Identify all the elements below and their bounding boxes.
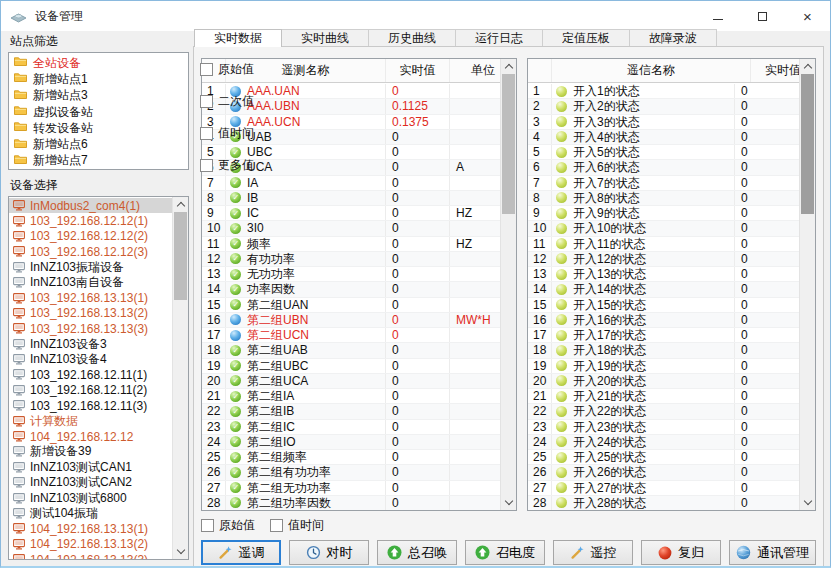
device-list-item[interactable]: 104_192.168.12.12: [9, 429, 172, 444]
telesignal-name: 开入19的状态: [573, 360, 646, 372]
telesignal-row[interactable]: 7开入7的状态0: [528, 176, 799, 191]
telemetry-filter-checkbox[interactable]: 二次值: [200, 93, 526, 110]
telesignal-row[interactable]: 24开入24的状态0: [528, 435, 799, 450]
scroll-down-button[interactable]: [173, 544, 188, 559]
telesignal-row[interactable]: 28开入28的状态0: [528, 496, 799, 510]
tab-1[interactable]: 实时数据: [194, 29, 282, 47]
device-label: 103_192.168.12.11(2): [30, 383, 147, 397]
device-list-item[interactable]: 103_192.168.13.13(2): [9, 306, 172, 321]
telesignal-row[interactable]: 22开入22的状态0: [528, 404, 799, 419]
scrollbar-track[interactable]: [173, 212, 188, 544]
lime-status-ball-icon: [556, 253, 567, 264]
device-list-item[interactable]: InModbus2_com4(1): [9, 198, 172, 213]
telesignal-row[interactable]: 11开入11的状态0: [528, 237, 799, 252]
checkbox-box-icon: [200, 63, 213, 76]
telesignal-name: 开入18的状态: [573, 344, 646, 356]
telesignal-table: 遥信名称 实时值 1开入1的状态02开入2的状态03开入3的状态04开入4的状态…: [527, 58, 816, 511]
telesignal-row[interactable]: 15开入15的状态0: [528, 298, 799, 313]
device-list-item[interactable]: InNZ103测试CAN2: [9, 475, 172, 490]
telesignal-row[interactable]: 16开入16的状态0: [528, 313, 799, 328]
checkbox-box-icon: [200, 127, 213, 140]
telesignal-row[interactable]: 23开入23的状态0: [528, 420, 799, 435]
station-tree-item[interactable]: 全站设备: [9, 55, 188, 71]
telesignal-row[interactable]: 21开入21的状态0: [528, 389, 799, 404]
telesignal-row[interactable]: 19开入19的状态0: [528, 359, 799, 374]
telesignal-row[interactable]: 2开入2的状态0: [528, 99, 799, 114]
telesignal-value: 0: [741, 390, 748, 402]
header-telesignal-name[interactable]: 遥信名称: [552, 59, 751, 82]
row-number: 26: [528, 465, 552, 479]
telemetry-filter-checkbox[interactable]: 更多值: [200, 157, 526, 174]
telesignal-row[interactable]: 9开入9的状态0: [528, 206, 799, 221]
scrollbar-thumb[interactable]: [801, 74, 814, 214]
telesignal-row[interactable]: 25开入25的状态0: [528, 450, 799, 465]
command-button-7[interactable]: 通讯管理: [729, 540, 816, 565]
telesignal-row[interactable]: 12开入12的状态0: [528, 252, 799, 267]
tab-2[interactable]: 实时曲线: [281, 29, 369, 47]
station-tree-item[interactable]: 新增站点7: [9, 153, 188, 169]
device-list-item[interactable]: InNZ103设备3: [9, 337, 172, 352]
tab-label: 故障录波: [649, 30, 697, 47]
tab-3[interactable]: 历史曲线: [368, 29, 456, 47]
telesignal-row[interactable]: 26开入26的状态0: [528, 465, 799, 480]
station-tree-item[interactable]: 新增站点1: [9, 71, 188, 87]
command-button-6[interactable]: 复归: [641, 540, 721, 565]
device-list-item[interactable]: InNZ103测试CAN1: [9, 460, 172, 475]
telesignal-row[interactable]: 14开入14的状态0: [528, 282, 799, 297]
telesignal-scrollbar[interactable]: [799, 59, 815, 510]
device-list-item[interactable]: 104_192.168.13.13(2): [9, 537, 172, 552]
device-list-item[interactable]: 103_192.168.12.11(1): [9, 367, 172, 382]
telesignal-row[interactable]: 20开入20的状态0: [528, 374, 799, 389]
telesignal-row[interactable]: 17开入17的状态0: [528, 328, 799, 343]
tab-6[interactable]: 故障录波: [629, 29, 717, 47]
telemetry-filter-checkbox[interactable]: 值时间: [200, 125, 526, 142]
telesignal-row[interactable]: 18开入18的状态0: [528, 343, 799, 358]
row-number: 1: [528, 84, 552, 98]
device-list-item[interactable]: 103_192.168.12.11(3): [9, 398, 172, 413]
station-tree-item[interactable]: 转发设备站: [9, 120, 188, 136]
telesignal-row[interactable]: 10开入10的状态0: [528, 221, 799, 236]
device-list-item[interactable]: 103_192.168.13.13(1): [9, 290, 172, 305]
minimize-button[interactable]: [695, 1, 740, 31]
telesignal-row[interactable]: 5开入5的状态0: [528, 145, 799, 160]
scrollbar-thumb[interactable]: [174, 212, 187, 300]
telesignal-row[interactable]: 4开入4的状态0: [528, 130, 799, 145]
tab-4[interactable]: 运行日志: [455, 29, 543, 47]
station-filter-label: 站点筛选: [10, 33, 189, 49]
scroll-up-button[interactable]: [173, 197, 188, 212]
device-label: 103_192.168.12.11(1): [30, 368, 147, 382]
station-tree-item[interactable]: 虚拟设备站: [9, 104, 188, 120]
button-label: 通讯管理: [757, 544, 809, 562]
device-list-item[interactable]: InNZ103南自设备: [9, 275, 172, 290]
command-button-5[interactable]: 遥控: [553, 540, 633, 565]
device-list-item[interactable]: 测试104振瑞: [9, 506, 172, 521]
maximize-button[interactable]: [740, 1, 785, 31]
device-list-scrollbar[interactable]: [172, 197, 188, 559]
device-list-item[interactable]: 104_192.168.13.13(3): [9, 552, 172, 560]
device-list-item[interactable]: InNZ103测试6800: [9, 490, 172, 505]
device-list-item[interactable]: 103_192.168.12.12(2): [9, 229, 172, 244]
device-list-item[interactable]: 103_192.168.13.13(3): [9, 321, 172, 336]
device-list-item[interactable]: InNZ103振瑞设备: [9, 260, 172, 275]
scroll-up-button[interactable]: [800, 59, 815, 74]
tab-5[interactable]: 定值压板: [542, 29, 630, 47]
telemetry-filter-checkbox[interactable]: 原始值: [200, 61, 526, 78]
telesignal-row[interactable]: 13开入13的状态0: [528, 267, 799, 282]
scroll-down-button[interactable]: [800, 495, 815, 510]
scrollbar-track[interactable]: [800, 74, 815, 495]
device-list-item[interactable]: 计算数据: [9, 413, 172, 428]
station-tree-item[interactable]: 新增站点6: [9, 136, 188, 152]
device-list-item[interactable]: 103_192.168.12.12(3): [9, 244, 172, 259]
telesignal-row[interactable]: 6开入6的状态0: [528, 160, 799, 175]
station-tree-item[interactable]: 新增站点3: [9, 88, 188, 104]
device-list-item[interactable]: 104_192.168.13.13(1): [9, 521, 172, 536]
telesignal-row[interactable]: 8开入8的状态0: [528, 191, 799, 206]
device-list-item[interactable]: InNZ103设备4: [9, 352, 172, 367]
close-button[interactable]: ×: [785, 1, 830, 31]
telesignal-row[interactable]: 27开入27的状态0: [528, 481, 799, 496]
device-list-item[interactable]: 103_192.168.12.11(2): [9, 383, 172, 398]
device-list-item[interactable]: 新增设备39: [9, 444, 172, 459]
telesignal-row[interactable]: 3开入3的状态0: [528, 115, 799, 130]
telesignal-row[interactable]: 1开入1的状态0: [528, 84, 799, 99]
device-list-item[interactable]: 103_192.168.12.12(1): [9, 213, 172, 228]
